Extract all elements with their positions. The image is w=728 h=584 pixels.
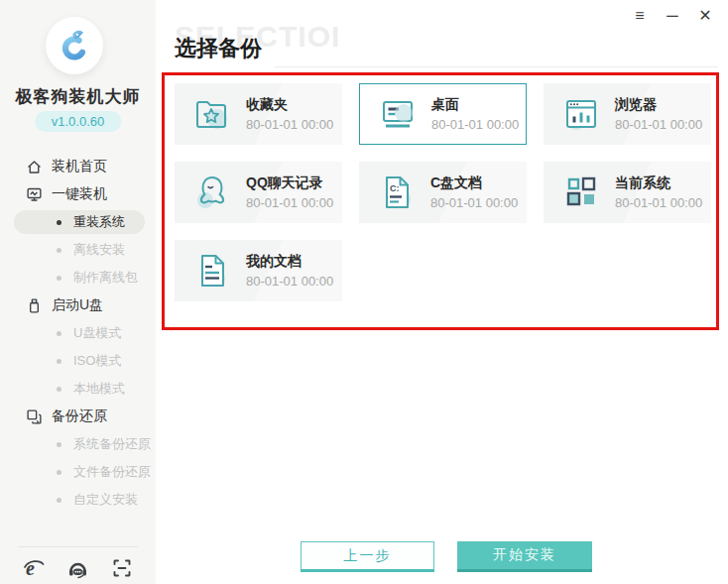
- sidebar-item-system-backup-restore[interactable]: 系统备份还原: [0, 430, 156, 458]
- backup-card-timestamp: 80-01-01 00:00: [615, 117, 702, 132]
- sidebar-item-custom-install[interactable]: 自定义安装: [0, 486, 156, 514]
- backup-card-timestamp: 80-01-01 00:00: [246, 117, 333, 132]
- sidebar-item-label: 一键装机: [52, 185, 107, 203]
- window-controls: ≡ ─ ✕: [631, 7, 714, 25]
- backup-card-title: C盘文档: [430, 175, 518, 190]
- backup-card-timestamp: 80-01-01 00:00: [430, 195, 518, 210]
- backup-card-desktop[interactable]: 桌面 80-01-01 00:00: [359, 83, 527, 145]
- bullet-icon: [57, 359, 61, 364]
- sidebar-item-label: 文件备份还原: [73, 463, 151, 481]
- window-minimize-icon[interactable]: ─: [664, 7, 681, 25]
- bullet-icon: [57, 498, 61, 503]
- app-name: 极客狗装机大师: [0, 85, 156, 108]
- sidebar-item-label: 本地模式: [73, 380, 125, 398]
- backup-card-grid: 收藏夹 80-01-01 00:00 桌面 80-01: [175, 83, 711, 301]
- restore-icon: [26, 409, 43, 425]
- bullet-icon: [57, 220, 61, 225]
- svg-text:e: e: [26, 557, 35, 579]
- sidebar-item-label: 制作离线包: [73, 269, 138, 287]
- backup-card-c-drive-docs[interactable]: C: C盘文档 80-01-01 00:00: [359, 162, 527, 223]
- current-system-icon: [559, 171, 603, 214]
- main-panel: ≡ ─ ✕ SELECTIOI 选择备份 收藏夹 80-01-01 00:00: [156, 0, 728, 584]
- seahorse-logo-icon: [52, 23, 97, 68]
- backup-card-title: 收藏夹: [246, 96, 333, 112]
- bullet-icon: [57, 248, 61, 253]
- sidebar-item-file-backup-restore[interactable]: 文件备份还原: [0, 458, 156, 486]
- qq-icon: [190, 171, 234, 214]
- sidebar-item-label: U盘模式: [73, 324, 121, 342]
- usb-icon: [26, 297, 43, 314]
- backup-card-timestamp: 80-01-01 00:00: [431, 117, 519, 132]
- backup-card-title: 当前系统: [615, 175, 702, 190]
- start-install-button[interactable]: 开始安装: [457, 541, 592, 572]
- svg-text:C:: C:: [390, 183, 400, 193]
- sidebar-item-local-mode[interactable]: 本地模式: [0, 375, 156, 403]
- sidebar: 极客狗装机大师 v1.0.0.60 装机首页 一键装机 重装系统: [0, 0, 156, 584]
- sidebar-item-label: 启动U盘: [52, 296, 103, 314]
- backup-card-timestamp: 80-01-01 00:00: [246, 195, 333, 210]
- backup-card-browser[interactable]: 浏览器 80-01-01 00:00: [544, 83, 711, 145]
- browser-icon: [559, 92, 603, 136]
- backup-card-title: 桌面: [431, 96, 519, 112]
- sidebar-item-label: 系统备份还原: [73, 435, 151, 453]
- sidebar-item-boot-usb[interactable]: 启动U盘: [0, 292, 156, 319]
- folder-star-icon: [190, 92, 234, 136]
- bullet-icon: [57, 276, 61, 281]
- home-icon: [26, 159, 43, 175]
- backup-selection-highlight-box: 收藏夹 80-01-01 00:00 桌面 80-01: [162, 72, 719, 330]
- bullet-icon: [57, 470, 61, 475]
- sidebar-item-label: 装机首页: [52, 158, 107, 175]
- backup-card-current-system[interactable]: 当前系统 80-01-01 00:00: [544, 162, 711, 223]
- sidebar-item-offline-install[interactable]: 离线安装: [0, 236, 156, 264]
- window-close-icon[interactable]: ✕: [696, 7, 714, 25]
- ie-browser-icon[interactable]: e: [23, 557, 45, 579]
- backup-card-title: 浏览器: [615, 96, 702, 112]
- sidebar-item-backup-restore[interactable]: 备份还原: [0, 403, 156, 430]
- backup-card-title: QQ聊天记录: [246, 175, 333, 190]
- sidebar-item-make-offline-pack[interactable]: 制作离线包: [0, 264, 156, 292]
- scan-icon[interactable]: [111, 557, 133, 579]
- backup-card-title: 我的文档: [246, 253, 333, 269]
- page-title: 选择备份: [175, 34, 262, 63]
- sidebar-footer-divider: [18, 546, 138, 547]
- header-divider: [275, 66, 718, 67]
- backup-card-timestamp: 80-01-01 00:00: [615, 195, 702, 210]
- bullet-icon: [57, 442, 61, 447]
- my-documents-icon: [190, 249, 234, 292]
- sidebar-menu: 装机首页 一键装机 重装系统 离线安装 制作离线包: [0, 153, 156, 514]
- desktop-icon: [376, 92, 420, 136]
- previous-step-button[interactable]: 上一步: [301, 541, 434, 572]
- sidebar-item-label: ISO模式: [73, 352, 121, 370]
- backup-card-timestamp: 80-01-01 00:00: [246, 274, 333, 289]
- sidebar-item-home[interactable]: 装机首页: [0, 153, 156, 180]
- installer-window: 极客狗装机大师 v1.0.0.60 装机首页 一键装机 重装系统: [0, 0, 728, 584]
- sidebar-item-one-key-install[interactable]: 一键装机: [0, 180, 156, 208]
- version-badge: v1.0.0.60: [35, 111, 122, 132]
- bullet-icon: [57, 387, 61, 392]
- sidebar-item-reinstall-system[interactable]: 重装系统: [0, 208, 156, 236]
- backup-card-favorites[interactable]: 收藏夹 80-01-01 00:00: [175, 83, 342, 145]
- monitor-icon: [26, 186, 43, 203]
- c-drive-doc-icon: C:: [375, 171, 419, 214]
- sidebar-item-label: 备份还原: [52, 408, 107, 425]
- backup-card-my-documents[interactable]: 我的文档 80-01-01 00:00: [175, 240, 342, 301]
- window-menu-icon[interactable]: ≡: [631, 7, 649, 25]
- app-logo: [46, 17, 103, 74]
- sidebar-item-label: 重装系统: [73, 213, 125, 231]
- backup-card-qq-chat[interactable]: QQ聊天记录 80-01-01 00:00: [175, 162, 342, 223]
- bullet-icon: [57, 331, 61, 336]
- support-headset-icon[interactable]: [67, 557, 89, 579]
- sidebar-item-usb-mode[interactable]: U盘模式: [0, 319, 156, 347]
- sidebar-item-label: 离线安装: [73, 241, 125, 259]
- sidebar-footer: e: [0, 557, 156, 579]
- sidebar-item-label: 自定义安装: [73, 491, 138, 509]
- sidebar-item-iso-mode[interactable]: ISO模式: [0, 347, 156, 375]
